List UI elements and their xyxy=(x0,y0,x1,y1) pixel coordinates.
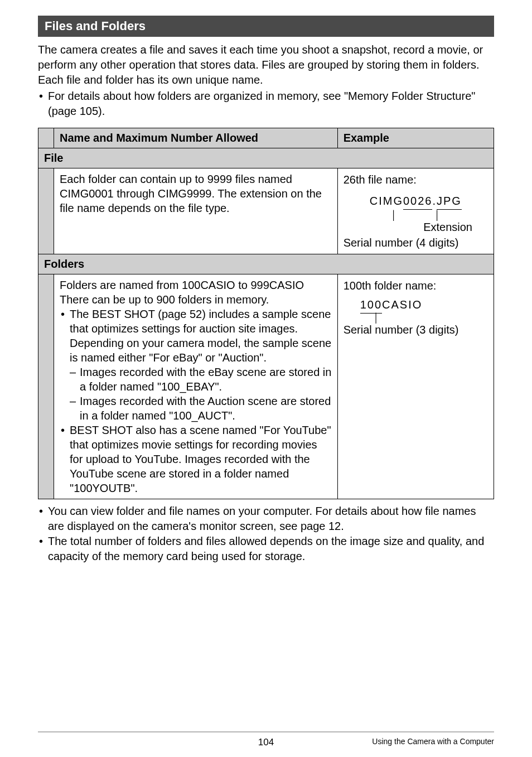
page-number: 104 xyxy=(258,737,274,748)
note-1: You can view folder and file names on yo… xyxy=(38,504,494,534)
notes-block: You can view folder and file names on yo… xyxy=(38,504,494,564)
files-folders-table: Name and Maximum Number Allowed Example … xyxy=(38,128,494,499)
header-spacer xyxy=(38,128,54,148)
intro-bullet: For details about how folders are organi… xyxy=(38,89,494,119)
file-ext-label: Extension xyxy=(344,219,488,235)
file-example-name: CIMG0026.JPG xyxy=(344,193,488,210)
intro-text: The camera creates a file and saves it e… xyxy=(38,44,483,86)
header-name-max: Name and Maximum Number Allowed xyxy=(54,128,338,148)
section-header: Files and Folders xyxy=(38,16,494,37)
folders-line2: There can be up to 900 folders in memory… xyxy=(60,292,332,307)
folder-pointer: │ xyxy=(344,315,488,321)
note-2: The total number of folders and files al… xyxy=(38,534,494,564)
file-prefix: CIMG xyxy=(370,193,403,209)
folder-example-title: 100th folder name: xyxy=(344,278,488,293)
footer-section-label: Using the Camera with a Computer xyxy=(372,737,494,746)
folder-serial: 100 xyxy=(360,297,382,314)
folders-b1-text: The BEST SHOT (page 52) includes a sampl… xyxy=(70,308,331,364)
folder-suffix: CASIO xyxy=(382,297,422,312)
folders-dash-2: Images recorded with the Auction scene a… xyxy=(70,394,332,423)
file-subheader: File xyxy=(38,148,494,168)
file-dot: . xyxy=(432,195,437,207)
file-desc: Each folder can contain up to 9999 files… xyxy=(54,168,338,254)
folders-subheader: Folders xyxy=(38,254,494,274)
folders-bullet-2: BEST SHOT also has a scene named "For Yo… xyxy=(60,423,332,495)
page-footer: 104 Using the Camera with a Computer xyxy=(38,731,494,746)
folders-line1: Folders are named from 100CASIO to 999CA… xyxy=(60,278,332,292)
file-row-spacer xyxy=(38,168,54,254)
folder-row-spacer xyxy=(38,274,54,499)
header-example: Example xyxy=(337,128,494,148)
folder-serial-label: Serial number (3 digits) xyxy=(344,322,488,337)
folders-dash-1: Images recorded with the eBay scene are … xyxy=(70,365,332,394)
intro-block: The camera creates a file and saves it e… xyxy=(38,42,494,119)
file-serial: 0026 xyxy=(403,193,433,210)
folders-desc: Folders are named from 100CASIO to 999CA… xyxy=(54,274,338,499)
file-ext: JPG xyxy=(437,193,462,210)
file-example: 26th file name: CIMG0026.JPG ││ Extensio… xyxy=(337,168,494,254)
file-pointers: ││ xyxy=(344,212,488,218)
folder-example-name: 100CASIO xyxy=(344,297,488,314)
folders-bullet-1: The BEST SHOT (page 52) includes a sampl… xyxy=(60,307,332,423)
file-serial-label: Serial number (4 digits) xyxy=(344,235,488,250)
file-example-title: 26th file name: xyxy=(344,172,488,187)
folder-example: 100th folder name: 100CASIO │ Serial num… xyxy=(337,274,494,499)
